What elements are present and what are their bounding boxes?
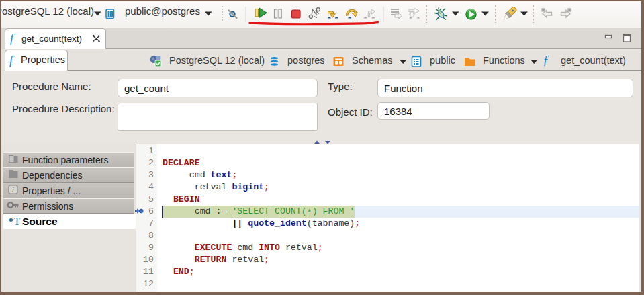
svg-text:ƒ: ƒ xyxy=(9,31,15,46)
svg-text:ƒ: ƒ xyxy=(543,53,549,67)
svg-text:ƒ: ƒ xyxy=(8,53,15,68)
svg-text:T: T xyxy=(14,216,21,227)
svg-text:i: i xyxy=(12,186,14,194)
